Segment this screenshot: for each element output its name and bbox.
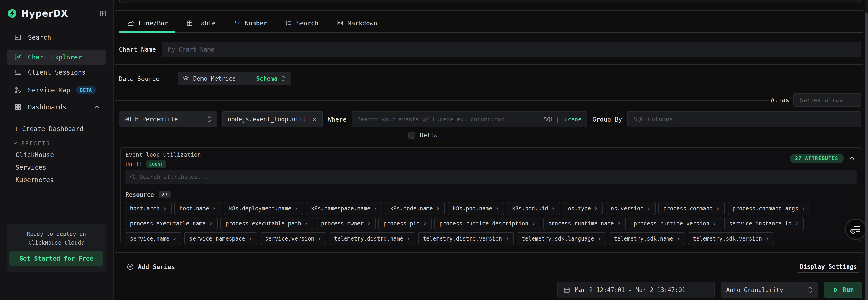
tab-label: Number [245, 20, 267, 27]
collapse-sidebar-icon[interactable] [100, 10, 106, 17]
main-content: Line/Bar Table 1 2 3 Number [114, 0, 868, 300]
tab-table[interactable]: Table [177, 14, 225, 32]
chevron-right-icon: › [594, 206, 598, 212]
sql-option[interactable]: SQL [544, 116, 554, 122]
collapse-panel-icon[interactable] [848, 155, 855, 162]
chart-config-fab[interactable] [845, 219, 866, 240]
sidebar-item-search[interactable]: Search [7, 31, 106, 44]
where-search-input[interactable] [357, 116, 541, 122]
attribute-chip-list: host.arch › host.name › k8s.deployment.n… [125, 202, 833, 245]
attribute-chip[interactable]: process.executable.path › [220, 217, 313, 230]
line-chart-icon [127, 20, 134, 26]
attribute-chip[interactable]: k8s.pod.name › [448, 202, 504, 215]
scrollbar-thumb[interactable] [865, 13, 868, 300]
attribute-name: service.name [130, 236, 169, 242]
attribute-chip[interactable]: process.command_args › [727, 202, 810, 215]
attribute-chip[interactable]: process.runtime.description › [434, 217, 540, 230]
logo-row: HyperDX [7, 8, 106, 19]
schema-toggle[interactable]: Schema [256, 75, 278, 82]
chevron-right-icon: › [373, 206, 377, 212]
tab-number[interactable]: 1 2 3 Number [225, 14, 276, 32]
create-dashboard-button[interactable]: + Create Dashboard [14, 123, 83, 135]
attribute-search-box [125, 170, 857, 184]
tab-line-bar[interactable]: Line/Bar [119, 14, 177, 32]
attribute-chip[interactable]: k8s.deployment.name › [224, 202, 303, 215]
metric-chip[interactable]: nodejs.event_loop.util [222, 111, 323, 127]
attribute-chip[interactable]: process.executable.name › [125, 217, 218, 230]
add-series-button[interactable]: Add Series [127, 261, 175, 273]
sidebar-item-service-map[interactable]: Service Map BETA [7, 83, 106, 97]
lucene-option[interactable]: Lucene [561, 116, 582, 122]
attribute-chip[interactable]: telemetry.sdk.language › [517, 232, 606, 245]
run-button[interactable]: Run [824, 281, 862, 298]
attribute-chip[interactable]: telemetry.sdk.version › [688, 232, 774, 245]
attribute-chip[interactable]: os.type › [563, 202, 603, 215]
attribute-name: process.command [663, 206, 713, 212]
attribute-chip[interactable]: telemetry.distro.name › [329, 232, 415, 245]
sidebar-item-chart-explorer[interactable]: Chart Explorer [7, 50, 106, 65]
resource-count-badge: 27 [159, 191, 170, 198]
markdown-icon [337, 20, 343, 26]
attribute-chip[interactable]: telemetry.distro.version › [418, 232, 514, 245]
attribute-chip[interactable]: service.version › [260, 232, 327, 245]
chevron-right-icon: › [163, 206, 167, 212]
attribute-name: host.arch [130, 206, 160, 212]
tab-search[interactable]: Search [276, 14, 328, 32]
preset-item[interactable]: ClickHouse [16, 148, 106, 161]
get-started-button[interactable]: Get Started for Free [9, 251, 103, 266]
page-scrollbar[interactable] [865, 0, 868, 300]
attribute-chip[interactable]: host.arch › [125, 202, 172, 215]
attribute-chip[interactable]: k8s.node.name › [385, 202, 445, 215]
chevron-right-icon: › [716, 206, 720, 212]
preset-item[interactable]: Services [16, 161, 106, 174]
chart-name-input[interactable] [162, 42, 861, 57]
attribute-chip[interactable]: process.command › [658, 202, 725, 215]
presets-header[interactable]: PRESETS [13, 139, 51, 148]
attribute-name: k8s.namespace.name [311, 206, 370, 212]
hyperdx-logo-icon [7, 8, 17, 19]
attribute-chip[interactable]: service.namespace › [184, 232, 257, 245]
aggregation-select[interactable]: 90th Percentile [119, 111, 217, 127]
attribute-chip[interactable]: host.name › [175, 202, 221, 215]
resource-group-label: Resource [125, 191, 154, 198]
preset-item[interactable]: Kubernetes [16, 174, 106, 186]
chevron-right-icon: › [795, 220, 799, 227]
attribute-name: process.command_args [733, 206, 798, 212]
attribute-chip[interactable]: service.name › [125, 232, 182, 245]
attribute-chip[interactable]: k8s.namespace.name › [306, 202, 382, 215]
list-icon [285, 20, 292, 26]
number-icon: 1 2 3 [234, 20, 241, 26]
brand-name: HyperDX [21, 8, 68, 19]
attribute-chip[interactable]: process.runtime.version › [629, 217, 721, 230]
tab-label: Line/Bar [138, 20, 168, 27]
alias-input[interactable] [793, 93, 861, 107]
attribute-chip[interactable]: process.runtime.name › [543, 217, 626, 230]
sidebar-item-client-sessions[interactable]: Client Sessions [7, 65, 106, 79]
attribute-chip[interactable]: service.instance.id › [724, 217, 804, 230]
attribute-chip[interactable]: process.pid › [378, 217, 432, 230]
group-by-input[interactable] [627, 111, 861, 127]
where-search-box: SQL|Lucene [352, 111, 587, 127]
clickhouse-cloud-card: Ready to deploy on ClickHouse Cloud? Get… [7, 224, 106, 272]
attribute-name: process.owner [321, 220, 364, 227]
select-chevrons-icon [808, 286, 813, 294]
attribute-chip[interactable]: k8s.pod.uid › [507, 202, 560, 215]
attribute-search-input[interactable] [140, 174, 852, 180]
delta-checkbox[interactable] [408, 132, 415, 139]
attribute-name: k8s.node.name [390, 206, 433, 212]
attribute-chip[interactable]: os.version › [606, 202, 656, 215]
sidebar-item-dashboards[interactable]: Dashboards [7, 100, 106, 114]
aggregation-value: 90th Percentile [124, 116, 178, 122]
unit-badge: COUNT [146, 161, 166, 168]
remove-metric-icon[interactable] [311, 116, 317, 122]
sidebar: HyperDX Search Chart Explorer Client Ses… [0, 0, 114, 300]
metric-name: nodejs.event_loop.util [228, 116, 306, 122]
time-range-picker[interactable]: Mar 2 12:47:01 - Mar 2 13:47:01 [557, 281, 715, 298]
granularity-select[interactable]: Auto Granularity [721, 281, 818, 298]
data-source-select[interactable]: Demo Metrics Schema [178, 72, 291, 85]
query-language-toggle[interactable]: SQL|Lucene [544, 116, 582, 122]
display-settings-button[interactable]: Display Settings [797, 261, 860, 273]
attribute-chip[interactable]: process.owner › [316, 217, 376, 230]
tab-markdown[interactable]: Markdown [328, 14, 386, 32]
attribute-chip[interactable]: telemetry.sdk.name › [609, 232, 685, 245]
